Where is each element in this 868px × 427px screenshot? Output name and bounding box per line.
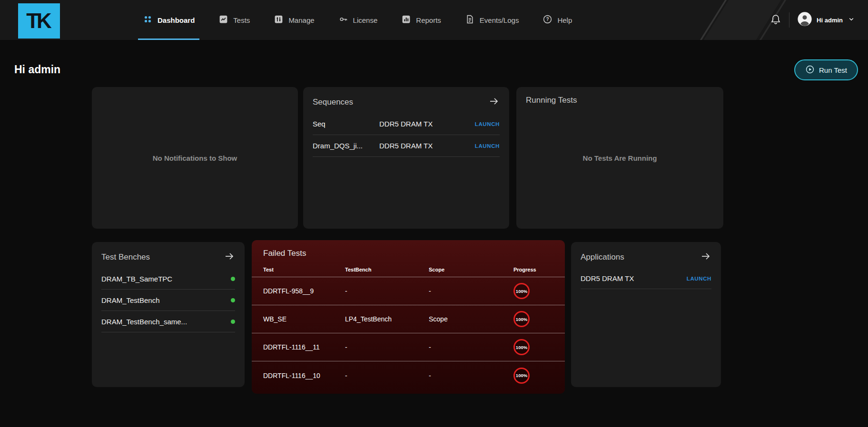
- failed-test-row[interactable]: DDRTFL-1116__10 - - 100%: [252, 361, 565, 389]
- failed-test-row[interactable]: DDRTFL-958__9 - - 100%: [252, 277, 565, 305]
- applications-open-all-button[interactable]: [700, 251, 711, 263]
- column-header-scope: Scope: [429, 267, 513, 272]
- failed-test-testbench: -: [345, 343, 429, 351]
- failed-test-scope: -: [429, 287, 513, 295]
- failed-test-row[interactable]: DDRTFL-1116__11 - - 100%: [252, 333, 565, 361]
- running-tests-card: Running Tests No Tests Are Running: [516, 87, 723, 229]
- run-test-button[interactable]: Run Test: [794, 59, 858, 80]
- sequences-card: Sequences Seq DDR5 DRAM TX LAUNCH Dram_D…: [303, 87, 509, 229]
- sequence-name: Dram_DQS_ji...: [313, 142, 379, 150]
- notifications-bell-button[interactable]: [770, 14, 781, 27]
- application-row[interactable]: DDR5 DRAM TX LAUNCH: [581, 268, 711, 289]
- progress-ring: 100%: [513, 339, 530, 355]
- arrow-right-icon: [224, 251, 235, 263]
- failed-test-name: DDRTFL-1116__10: [263, 372, 345, 379]
- sequence-application: DDR5 DRAM TX: [379, 142, 475, 150]
- sequence-launch-button[interactable]: LAUNCH: [475, 121, 500, 127]
- nav-item-reports[interactable]: Reports: [401, 0, 441, 40]
- status-online-dot: [231, 298, 235, 302]
- header-right-cluster: Hi admin: [770, 0, 856, 40]
- user-greeting-label: Hi admin: [817, 17, 843, 24]
- help-icon: ?: [542, 14, 552, 26]
- main-nav: Dashboard Tests Manage License: [143, 0, 572, 40]
- header-divider: [789, 12, 789, 28]
- test-benches-card: Test Benches DRAM_TB_SameTPC DRAM_TestBe…: [92, 242, 245, 387]
- test-bench-name: DRAM_TestBench_same...: [101, 318, 187, 326]
- test-bench-row[interactable]: DRAM_TestBench_same...: [101, 311, 235, 332]
- header-decoration: [704, 0, 781, 40]
- nav-label: Reports: [416, 16, 441, 24]
- sequence-name: Seq: [313, 120, 379, 128]
- test-benches-title: Test Benches: [101, 252, 150, 262]
- run-test-label: Run Test: [819, 66, 847, 74]
- failed-tests-card-header: Failed Tests: [252, 240, 565, 262]
- failed-tests-table-header: Test TestBench Scope Progress: [252, 262, 565, 277]
- failed-test-testbench: -: [345, 372, 429, 379]
- play-circle-icon: [805, 65, 815, 76]
- events-logs-icon: [465, 14, 475, 26]
- sequence-row[interactable]: Seq DDR5 DRAM TX LAUNCH: [313, 113, 500, 135]
- svg-text:?: ?: [546, 17, 549, 22]
- top-nav-bar: TK Dashboard Tests Manage: [0, 0, 868, 40]
- failed-test-testbench: -: [345, 287, 429, 295]
- status-online-dot: [231, 320, 235, 324]
- sequences-title: Sequences: [313, 97, 353, 107]
- user-menu[interactable]: Hi admin: [797, 11, 856, 29]
- screen: TK Dashboard Tests Manage: [0, 0, 868, 427]
- bell-icon: [770, 14, 781, 27]
- test-bench-row[interactable]: DRAM_TestBench: [101, 290, 235, 311]
- nav-item-events-logs[interactable]: Events/Logs: [465, 0, 519, 40]
- chevron-down-icon[interactable]: [847, 15, 856, 25]
- manage-icon: [274, 14, 284, 26]
- applications-card: Applications DDR5 DRAM TX LAUNCH: [571, 242, 721, 387]
- status-online-dot: [231, 277, 235, 281]
- arrow-right-icon: [488, 96, 500, 108]
- test-bench-row[interactable]: DRAM_TB_SameTPC: [101, 268, 235, 290]
- reports-icon: [401, 14, 411, 26]
- sequence-launch-button[interactable]: LAUNCH: [475, 143, 500, 149]
- license-key-icon: [338, 14, 348, 26]
- application-name: DDR5 DRAM TX: [581, 274, 634, 282]
- nav-label: Dashboard: [158, 16, 195, 24]
- sequence-row[interactable]: Dram_DQS_ji... DDR5 DRAM TX LAUNCH: [313, 135, 500, 157]
- nav-label: Help: [557, 16, 572, 24]
- application-launch-button[interactable]: LAUNCH: [687, 276, 711, 281]
- nav-label: Manage: [288, 16, 314, 24]
- column-header-test: Test: [263, 267, 345, 272]
- progress-ring: 100%: [513, 368, 530, 384]
- running-tests-empty-text: No Tests Are Running: [516, 87, 723, 229]
- app-logo[interactable]: TK: [18, 3, 60, 39]
- test-bench-name: DRAM_TB_SameTPC: [101, 275, 172, 283]
- nav-item-dashboard[interactable]: Dashboard: [143, 0, 195, 40]
- nav-item-manage[interactable]: Manage: [274, 0, 314, 40]
- nav-item-tests[interactable]: Tests: [218, 0, 250, 40]
- user-avatar: [797, 11, 812, 29]
- notifications-empty-text: No Notifications to Show: [92, 87, 298, 229]
- column-header-progress: Progress: [513, 267, 553, 272]
- failed-test-scope: -: [429, 372, 513, 379]
- failed-tests-title: Failed Tests: [263, 249, 306, 258]
- failed-test-row[interactable]: WB_SE LP4_TestBench Scope 100%: [252, 305, 565, 333]
- failed-test-testbench: LP4_TestBench: [345, 315, 429, 323]
- failed-test-name: DDRTFL-1116__11: [263, 343, 345, 351]
- nav-label: License: [353, 16, 378, 24]
- notifications-card: No Notifications to Show: [92, 87, 298, 229]
- failed-test-name: WB_SE: [263, 315, 345, 323]
- sequences-card-header: Sequences: [303, 87, 509, 113]
- failed-test-scope: Scope: [429, 315, 513, 323]
- test-bench-name: DRAM_TestBench: [101, 296, 160, 304]
- tests-chart-icon: [218, 14, 228, 26]
- applications-title: Applications: [581, 252, 624, 262]
- page-greeting: Hi admin: [14, 63, 60, 76]
- nav-item-help[interactable]: ? Help: [542, 0, 572, 40]
- app-logo-text: TK: [26, 9, 52, 33]
- test-benches-open-all-button[interactable]: [224, 251, 235, 263]
- sequences-open-all-button[interactable]: [488, 96, 500, 108]
- sequence-application: DDR5 DRAM TX: [379, 120, 475, 128]
- arrow-right-icon: [700, 251, 711, 263]
- failed-test-scope: -: [429, 343, 513, 351]
- nav-item-license[interactable]: License: [338, 0, 378, 40]
- column-header-testbench: TestBench: [345, 267, 429, 272]
- progress-ring: 100%: [513, 283, 530, 299]
- applications-card-header: Applications: [571, 242, 721, 268]
